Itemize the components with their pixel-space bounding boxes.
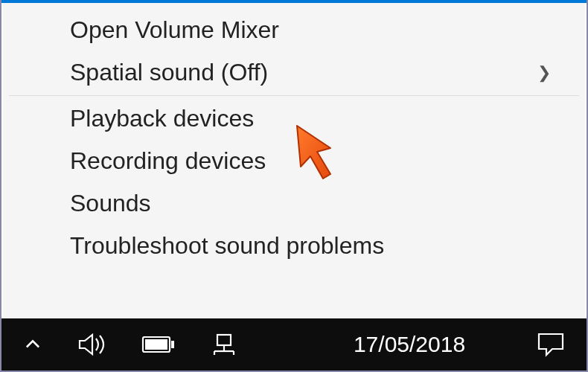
battery-icon[interactable] (141, 335, 176, 354)
menu-item-label: Recording devices (70, 147, 266, 175)
action-center-icon[interactable] (536, 331, 566, 358)
sound-context-menu: Open Volume Mixer Spatial sound (Off) ❯ … (3, 3, 585, 318)
menu-item-label: Spatial sound (Off) (70, 59, 268, 86)
taskbar-date[interactable]: 17/05/2018 (238, 332, 536, 357)
menu-item-label: Sounds (70, 190, 151, 217)
menu-item-label: Open Volume Mixer (70, 16, 279, 44)
svg-rect-1 (171, 341, 174, 348)
menu-item-spatial-sound[interactable]: Spatial sound (Off) ❯ (3, 51, 585, 94)
volume-icon[interactable] (77, 332, 107, 357)
taskbar: 17/05/2018 (1, 318, 587, 371)
menu-separator (9, 95, 579, 96)
menu-item-recording-devices[interactable]: Recording devices (3, 140, 585, 182)
tray-chevron-up-icon[interactable] (22, 334, 43, 355)
menu-item-troubleshoot[interactable]: Troubleshoot sound problems (3, 225, 585, 267)
system-tray (22, 332, 238, 357)
svg-rect-2 (145, 339, 167, 350)
menu-item-sounds[interactable]: Sounds (3, 182, 585, 225)
menu-item-label: Playback devices (70, 105, 254, 132)
network-icon[interactable] (210, 332, 238, 357)
submenu-arrow-icon: ❯ (537, 63, 551, 83)
svg-rect-3 (217, 335, 231, 345)
menu-item-open-volume-mixer[interactable]: Open Volume Mixer (3, 9, 585, 51)
menu-item-playback-devices[interactable]: Playback devices (3, 97, 585, 140)
menu-item-label: Troubleshoot sound problems (70, 232, 384, 260)
